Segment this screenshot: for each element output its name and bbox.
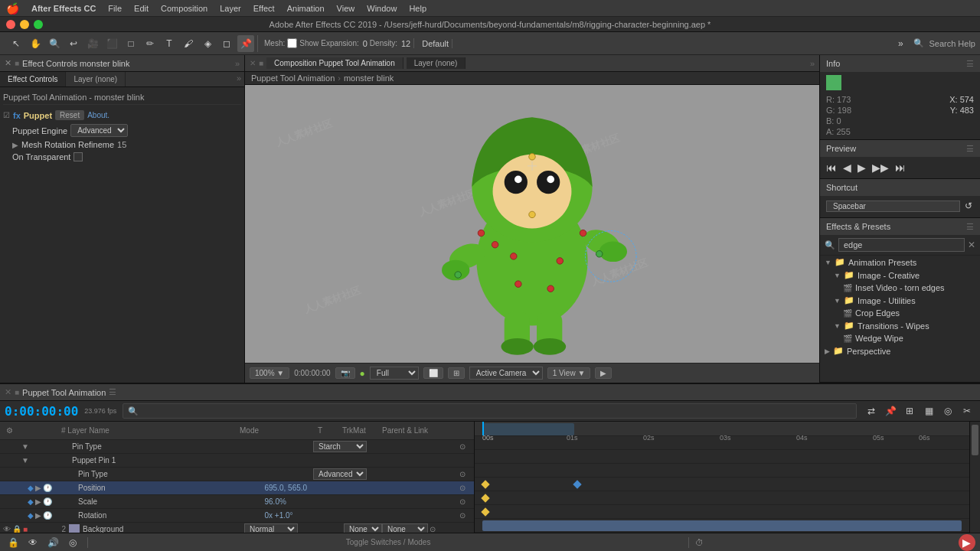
tab-comp-puppet[interactable]: Composition Puppet Tool Animation — [266, 57, 403, 69]
eraser-tool[interactable]: ◻ — [218, 35, 235, 52]
menu-animation[interactable]: Animation — [287, 4, 325, 13]
layer-row-rotation[interactable]: ◆ ▶ 🕐 Rotation 0x +1.0° ⊙ — [0, 509, 474, 523]
scale-expand[interactable]: ▶ — [35, 497, 41, 506]
kf-pos-1[interactable] — [573, 480, 581, 488]
tabs-expand[interactable]: » — [234, 72, 244, 86]
cam-toggle[interactable]: 📷 — [335, 367, 355, 379]
search-timeline[interactable]: 🔍 — [122, 403, 857, 419]
tab-project[interactable]: Layer (none) — [66, 72, 126, 86]
menu-effect[interactable]: Effect — [253, 4, 275, 13]
brush-tool[interactable]: 🖌 — [180, 35, 197, 52]
puppet-tool[interactable]: 📌 — [237, 35, 254, 52]
mask-tool[interactable]: □ — [122, 35, 139, 52]
maximize-button[interactable] — [34, 20, 43, 29]
layer-row-pin-type-adv[interactable]: Pin Type Advanced ⊙ — [0, 468, 474, 481]
timeline-tool-5[interactable]: ◎ — [939, 403, 956, 419]
menu-composition[interactable]: Composition — [161, 4, 207, 13]
audio-btn[interactable]: 🔊 — [44, 534, 61, 551]
timeline-close[interactable]: ✕ — [5, 387, 11, 397]
effects-presets-header[interactable]: Effects & Presets ☰ — [820, 218, 980, 235]
tree-image-creative[interactable]: ▼ 📁 Image - Creative — [829, 269, 980, 282]
render-play-btn[interactable]: ▶ — [959, 534, 975, 551]
tab-effect-controls[interactable]: Effect Controls — [0, 72, 66, 86]
fx-checkbox-icon[interactable]: ☑ — [3, 111, 10, 119]
timeline-menu[interactable]: ☰ — [109, 387, 116, 397]
shortcut-reset-btn[interactable]: ↺ — [963, 199, 974, 213]
about-button[interactable]: About. — [87, 111, 109, 119]
layer-row-position[interactable]: ◆ ▶ 🕐 Position 695.0, 565.0 ⊙ — [0, 481, 474, 495]
prev-frame-btn[interactable]: ◀ — [841, 160, 853, 175]
timeline-tool-4[interactable]: ▦ — [920, 403, 937, 419]
reset-button[interactable]: Reset — [55, 110, 84, 120]
timeline-tool-3[interactable]: ⊞ — [901, 403, 918, 419]
pin-type-select-1[interactable]: Starch — [313, 441, 367, 452]
clone-tool[interactable]: ◈ — [199, 35, 216, 52]
view-select[interactable]: 1 View ▼ — [547, 367, 591, 379]
pos-expand[interactable]: ▶ — [35, 484, 41, 492]
search-clear-btn[interactable]: ✕ — [968, 240, 975, 250]
timeline-tool-1[interactable]: ⇄ — [863, 403, 880, 419]
rot-expand[interactable]: ▶ — [35, 511, 41, 520]
menu-after-effects[interactable]: After Effects CC — [31, 4, 96, 13]
canvas-area[interactable]: 人人素材社区 人人素材社区 人人素材社区 人人素材社区 人人素材社区 — [245, 85, 819, 363]
trkmat-select-bg[interactable]: None — [344, 523, 382, 533]
toggle-switches-label[interactable]: Toggle Switches / Modes — [346, 538, 431, 546]
tree-perspective[interactable]: ▶ 📁 Perspective — [820, 344, 980, 357]
minimize-button[interactable] — [20, 20, 29, 29]
timeline-scrollbar[interactable] — [969, 422, 980, 533]
scale-value[interactable]: 96.0% — [265, 497, 452, 506]
bg-solo[interactable]: ■ — [23, 525, 28, 533]
timeline-tool-6[interactable]: ✂ — [959, 403, 975, 419]
preview-header[interactable]: Preview ☰ — [820, 140, 980, 157]
comp-close[interactable]: ✕ — [250, 59, 256, 67]
camera-select[interactable]: Active Camera — [469, 367, 543, 380]
kf-pos-0[interactable] — [481, 480, 489, 488]
info-collapse[interactable]: ☰ — [966, 59, 974, 69]
timeline-tool-2[interactable]: 📌 — [882, 403, 899, 419]
rotation-value[interactable]: 0x +1.0° — [265, 511, 452, 520]
tab-layer-none[interactable]: Layer (none) — [407, 57, 466, 69]
expand-panel-btn[interactable]: » — [892, 35, 909, 52]
bg-link-select[interactable]: None — [382, 523, 428, 533]
layer-row-puppet-pin-1[interactable]: ▼ Puppet Pin 1 — [0, 454, 474, 468]
zoom-tool[interactable]: 🔍 — [46, 35, 63, 52]
tree-image-utilities[interactable]: ▼ 📁 Image - Utilities — [829, 294, 980, 307]
comp-expand[interactable]: » — [810, 59, 815, 68]
puppet-engine-select[interactable]: Advanced — [70, 124, 128, 137]
menu-file[interactable]: File — [108, 4, 122, 13]
kf-scale-0[interactable] — [481, 494, 489, 502]
bg-eye[interactable]: 👁 — [3, 525, 11, 533]
hand-tool[interactable]: ✋ — [27, 35, 44, 52]
render-btn[interactable]: ▶ — [595, 367, 612, 379]
kf-rot-0[interactable] — [481, 507, 489, 516]
playhead[interactable] — [482, 422, 484, 435]
eye-layers-btn[interactable]: 👁 — [24, 534, 41, 551]
breadcrumb-comp[interactable]: Puppet Tool Animation — [251, 73, 335, 83]
selection-tool[interactable]: ↖ — [8, 35, 24, 52]
first-frame-btn[interactable]: ⏮ — [825, 160, 838, 175]
menu-layer[interactable]: Layer — [220, 4, 241, 13]
quality-select[interactable]: FullHalfQuarter — [370, 367, 419, 380]
layer-row-pin-type-1[interactable]: ▼ Pin Type Starch ⊙ — [0, 440, 474, 454]
scrollbar-thumb[interactable] — [972, 425, 978, 455]
work-area[interactable] — [482, 423, 574, 435]
region-toggle[interactable]: ⬜ — [423, 367, 443, 379]
close-button[interactable] — [6, 20, 15, 29]
effect-controls-close[interactable]: ✕ — [5, 58, 11, 68]
tree-effects-presets[interactable]: ▼ 📁 Animation Presets — [820, 256, 980, 269]
rot-keyframe-icon[interactable]: ◆ — [28, 511, 34, 520]
tree-wedge-wipe[interactable]: 🎬 Wedge Wipe — [838, 332, 980, 344]
menu-view[interactable]: View — [337, 4, 355, 13]
tree-crop-edges[interactable]: 🎬 Crop Edges — [838, 307, 980, 319]
solo-btn[interactable]: ◎ — [64, 534, 81, 551]
pos-keyframe-icon[interactable]: ◆ — [28, 484, 34, 492]
next-frame-btn[interactable]: ▶▶ — [871, 160, 890, 175]
tree-inset-video[interactable]: 🎬 Inset Video - torn edges — [838, 282, 980, 294]
shortcut-header[interactable]: Shortcut — [820, 179, 980, 196]
bg-lock[interactable]: 🔒 — [12, 525, 21, 533]
breadcrumb-layer[interactable]: monster blink — [344, 73, 394, 83]
pin-type-select-adv[interactable]: Advanced — [313, 468, 367, 480]
zoom-select[interactable]: 100% ▼ — [250, 367, 289, 379]
show-checkbox[interactable] — [287, 38, 297, 48]
expand-btn[interactable]: » — [235, 59, 240, 68]
